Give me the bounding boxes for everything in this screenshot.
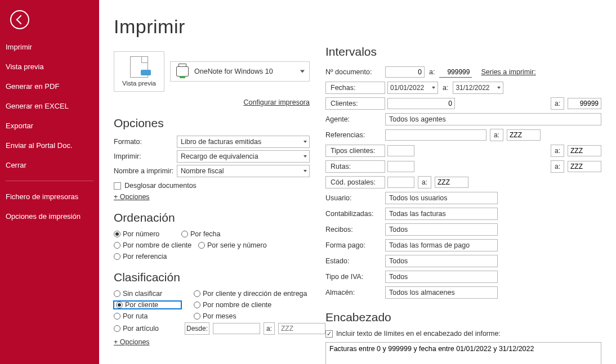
tipos-from[interactable] [387,145,414,156]
clientes-from[interactable] [387,98,455,109]
cls-por-nombre-cliente[interactable]: Por nombre de cliente [194,301,312,309]
incluir-limites-label: Incluir texto de límites en el encabezad… [336,330,501,338]
right-column: Intervalos Nº documento: a: Series a imp… [325,16,601,358]
nombre-select[interactable]: Nombre fiscal [177,165,310,177]
clientes-to[interactable] [568,98,601,109]
ref-from[interactable] [385,129,486,141]
mas-opciones-2[interactable]: + Opciones [114,338,150,346]
incluir-limites-checkbox[interactable] [325,330,333,338]
recibos-select[interactable]: Todos [385,223,498,236]
encabezado-text[interactable] [325,342,601,364]
imprimir-label: Imprimir: [114,152,177,160]
tipos-to[interactable] [568,145,601,156]
sidebar-enviar-portal[interactable]: Enviar al Portal Doc. [0,136,99,155]
configurar-impresora-link[interactable]: Configurar impresora [244,98,310,106]
ord-por-fecha[interactable]: Por fecha [181,230,249,238]
cls-por-cliente-direccion[interactable]: Por cliente y dirección de entrega [194,290,312,298]
fecha-to[interactable]: 31/12/2022 [453,82,503,94]
sidebar-generar-pdf[interactable]: Generar en PDF [0,77,99,96]
backstage-sidebar: Imprimir Vista previa Generar en PDF Gen… [0,0,99,364]
cls-por-cliente[interactable]: Por cliente [114,301,181,309]
vista-previa-button[interactable]: Vista previa [114,51,164,92]
document-preview-icon [130,56,148,78]
sidebar-opciones-impresion[interactable]: Opciones de impresión [0,206,99,226]
fecha-from[interactable]: 01/01/2022 [387,82,438,94]
sidebar-generar-excel[interactable]: Generar en EXCEL [0,96,99,116]
sidebar-exportar[interactable]: Exportar [0,116,99,136]
clientes-button[interactable]: Clientes: [325,97,385,110]
rutas-button[interactable]: Rutas: [325,160,385,173]
ref-to[interactable] [507,129,541,141]
estado-select[interactable]: Todos [385,255,498,267]
agente-select[interactable]: Todos los agentes [385,113,601,125]
num-doc-from[interactable] [385,66,425,78]
printer-icon [176,66,189,77]
ordenacion-group: Por número Por fecha Por nombre de clien… [114,230,310,260]
series-imprimir-link[interactable]: Series a imprimir: [481,68,535,76]
iva-select[interactable]: Todos [385,271,498,283]
num-doc-label: Nº documento: [325,68,385,76]
cls-sin-clasificar[interactable]: Sin clasificar [114,290,181,298]
desglosar-checkbox[interactable] [114,182,121,190]
sidebar-separator [6,181,93,181]
ordenacion-heading: Ordenación [114,211,310,224]
ord-por-numero[interactable]: Por número [114,230,181,238]
almacen-label: Almacén: [325,289,385,296]
sidebar-imprimir[interactable]: Imprimir [0,37,99,57]
codp-from[interactable] [387,177,414,188]
hasta-input[interactable] [278,323,325,334]
formato-select[interactable]: Libro de facturas emitidas [177,136,310,148]
cls-por-ruta[interactable]: Por ruta [114,312,181,320]
usuario-select[interactable]: Todos los usuarios [385,192,498,204]
chevron-down-icon [303,170,307,172]
opciones-heading: Opciones [114,116,310,130]
main-area: Imprimir Vista previa OneNote for Window… [99,0,616,364]
codp-to[interactable] [435,177,468,188]
desglosar-label: Desglosar documentos [124,182,197,190]
tipos-clientes-button[interactable]: Tipos clientes: [325,145,385,157]
ord-por-nombre-cliente[interactable]: Por nombre de cliente [114,241,198,249]
recibos-label: Recibos: [325,226,385,233]
forma-select[interactable]: Todas las formas de pago [385,239,498,251]
cls-por-articulo[interactable]: Por artículo [114,325,181,332]
clasificacion-heading: Clasificación [114,271,310,284]
app-root: Imprimir Vista previa Generar en PDF Gen… [0,0,616,364]
ord-por-referencia[interactable]: Por referencia [114,253,181,260]
sidebar-fichero-impresoras[interactable]: Fichero de impresoras [0,187,99,206]
preview-row: Vista previa OneNote for Windows 10 [114,51,310,92]
almacen-select[interactable]: Todos los almacenes [385,286,498,299]
rutas-to[interactable] [568,161,601,172]
encabezado-heading: Encabezado [325,311,601,324]
printer-selector[interactable]: OneNote for Windows 10 [170,61,310,82]
mas-opciones-1[interactable]: + Opciones [114,193,150,201]
clasificacion-group: Sin clasificar Por cliente Por ruta Por … [114,290,310,335]
cont-label: Contabilizadas: [325,210,385,218]
back-arrow-icon [16,15,26,25]
formato-label: Formato: [114,138,177,146]
estado-label: Estado: [325,257,385,265]
num-doc-to[interactable] [439,66,472,78]
chevron-down-icon [497,87,501,89]
agente-label: Agente: [325,115,385,123]
vista-previa-label: Vista previa [122,80,156,87]
sidebar-cerrar[interactable]: Cerrar [0,155,99,175]
iva-label: Tipo de IVA: [325,273,385,281]
fechas-button[interactable]: Fechas: [325,82,385,94]
desde-input[interactable] [213,323,260,334]
cls-por-meses[interactable]: Por meses [194,312,312,320]
chevron-down-icon [303,155,307,158]
rutas-from[interactable] [387,161,414,172]
back-button[interactable] [10,10,29,29]
ord-por-serie-numero[interactable]: Por serie y número [198,241,267,249]
desde-label-box: Desde: [185,322,209,335]
a-label-box: a: [264,322,275,335]
cont-select[interactable]: Todas las facturas [385,208,498,220]
left-column: Imprimir Vista previa OneNote for Window… [114,16,310,358]
printer-name: OneNote for Windows 10 [194,68,273,75]
codp-button[interactable]: Cód. postales: [325,176,385,188]
sidebar-vista-previa[interactable]: Vista previa [0,57,99,77]
chevron-down-icon [303,141,307,143]
chevron-down-icon [300,70,305,73]
page-title: Imprimir [114,16,310,38]
imprimir-select[interactable]: Recargo de equivalencia [177,150,310,163]
